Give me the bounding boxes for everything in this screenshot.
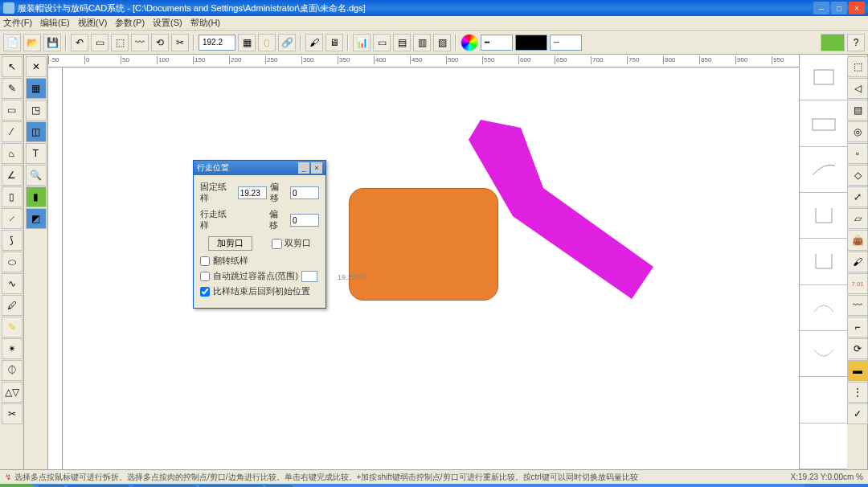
double-notch-check[interactable]	[272, 239, 282, 249]
offset1-input[interactable]	[290, 186, 319, 199]
canvas[interactable]: 19.23cm 行走位置 _ × 固定纸样 偏移 行走纸样	[63, 68, 799, 469]
flip-checkbox[interactable]	[200, 256, 210, 266]
fill-preview[interactable]	[821, 34, 845, 51]
minimize-button[interactable]: –	[813, 2, 829, 14]
help-icon[interactable]: ?	[847, 34, 865, 51]
add-notch-button[interactable]: 加剪口	[208, 236, 252, 251]
pen-icon[interactable]: 🖊	[2, 295, 23, 316]
prev-icon[interactable]: ◁	[847, 78, 868, 99]
text-icon[interactable]: T	[26, 143, 47, 164]
maximize-button[interactable]: □	[831, 2, 847, 14]
pointer-icon[interactable]: ↖	[2, 56, 23, 77]
chart-icon[interactable]: 📊	[353, 34, 371, 51]
preview-slot[interactable]	[800, 147, 847, 193]
tool-icon[interactable]: ⬚	[111, 34, 129, 51]
scissors-icon[interactable]: ✂	[171, 34, 189, 51]
preview-slot[interactable]	[800, 285, 847, 331]
save-icon[interactable]: 💾	[43, 34, 61, 51]
rect-icon[interactable]: ▭	[2, 100, 23, 121]
clip-icon[interactable]: ◳	[26, 100, 47, 121]
undo-icon[interactable]: ↶	[71, 34, 88, 51]
tool-icon[interactable]: ⟲	[151, 34, 169, 51]
mirror2-icon[interactable]: ⏀	[2, 360, 23, 381]
layout-icon[interactable]: ▧	[433, 34, 451, 51]
menu-settings[interactable]: 设置(S)	[153, 17, 182, 29]
monitor-icon[interactable]: 🖥	[326, 34, 343, 51]
menu-help[interactable]: 帮助(H)	[190, 17, 220, 29]
preview-slot[interactable]	[800, 424, 847, 469]
trapezoid-icon[interactable]: ⏢	[2, 143, 23, 164]
rect2-icon[interactable]: ▯	[2, 186, 23, 207]
color-icon[interactable]: ▬	[847, 360, 868, 381]
preview-slot[interactable]	[800, 100, 847, 146]
shape-icon[interactable]: ▱	[847, 208, 868, 229]
grid-icon[interactable]: ▦	[238, 34, 256, 51]
shape-band[interactable]	[457, 116, 505, 301]
ellipse-icon[interactable]: ⬭	[2, 252, 23, 272]
offset2-input[interactable]	[290, 214, 319, 227]
preview-slot[interactable]	[800, 239, 847, 284]
colorwheel-icon[interactable]	[461, 34, 478, 51]
fill-icon[interactable]: ▮	[26, 186, 47, 207]
open-icon[interactable]: 📂	[23, 34, 41, 51]
pencil-icon[interactable]: ✎	[2, 78, 23, 99]
layout-icon[interactable]: ▤	[393, 34, 411, 51]
autoskip-input[interactable]	[301, 271, 317, 282]
segment-icon[interactable]: ⟋	[2, 208, 23, 229]
layers-icon[interactable]: ▤	[847, 100, 868, 121]
layout-icon[interactable]: ▥	[413, 34, 431, 51]
return-checkbox[interactable]	[200, 287, 210, 297]
menu-edit[interactable]: 编辑(E)	[40, 17, 70, 29]
dialog-title-bar[interactable]: 行走位置 _ ×	[194, 161, 326, 175]
target-icon[interactable]: ◎	[847, 121, 868, 142]
tool-icon[interactable]: 〰	[131, 34, 149, 51]
highlight-icon[interactable]: ✎	[2, 317, 23, 338]
link-icon[interactable]: 🔗	[278, 34, 296, 51]
panel2-icon[interactable]: ◫	[26, 121, 47, 142]
line-weight-combo[interactable]: ─	[550, 35, 582, 51]
preview-slot[interactable]	[800, 331, 847, 377]
color-combo[interactable]	[515, 35, 547, 51]
redo-icon[interactable]: ▭	[91, 34, 108, 51]
burst-icon[interactable]: ✴	[2, 338, 23, 359]
system-tray[interactable]: 🔊 🛡 17:11	[805, 484, 868, 487]
fixed-input[interactable]	[238, 186, 267, 199]
zoom-combo[interactable]: 192.2	[199, 35, 235, 51]
dialog-min-icon[interactable]: _	[298, 162, 309, 174]
mirror-icon[interactable]: △▽	[2, 382, 23, 403]
preview-slot[interactable]	[800, 193, 847, 239]
line-style-combo[interactable]: ━	[481, 35, 513, 51]
menu-param[interactable]: 参数(P)	[115, 17, 145, 29]
check-icon[interactable]: ✓	[847, 403, 868, 424]
wave-icon[interactable]: ∿	[2, 273, 23, 294]
cylinder-icon[interactable]: ⬯	[258, 34, 276, 51]
curve-icon[interactable]: ⟆	[2, 230, 23, 251]
expand-icon[interactable]: ⤢	[847, 186, 868, 207]
close-button[interactable]: ×	[849, 2, 865, 14]
preview-slot[interactable]	[800, 55, 847, 100]
wave2-icon[interactable]: 〰	[847, 295, 868, 316]
brush-icon[interactable]: 🖌	[305, 34, 323, 51]
autoskip-checkbox[interactable]	[200, 272, 210, 281]
select-icon[interactable]: ⬚	[847, 56, 868, 77]
angle-icon[interactable]: ∠	[2, 165, 23, 186]
line-icon[interactable]: ∕	[2, 121, 23, 142]
dots-icon[interactable]: ⋮	[847, 382, 868, 403]
menu-file[interactable]: 文件(F)	[3, 17, 32, 29]
panel-icon[interactable]: ▦	[26, 78, 47, 99]
cut-icon[interactable]: ✂	[2, 403, 23, 424]
dialog-close-icon[interactable]: ×	[311, 162, 322, 174]
dim-icon[interactable]: 7.01	[847, 273, 868, 294]
layout-icon[interactable]: ▭	[373, 34, 391, 51]
zoom-icon[interactable]: 🔍	[26, 165, 47, 186]
corner-icon[interactable]: ⌐	[847, 317, 868, 338]
panel3-icon[interactable]: ◩	[26, 208, 47, 229]
brush2-icon[interactable]: 🖌	[847, 252, 868, 272]
start-button[interactable]: 开始	[0, 484, 35, 487]
new-icon[interactable]: 📄	[3, 34, 21, 51]
diamond-icon[interactable]: ◇	[847, 165, 868, 186]
compass-icon[interactable]: ✕	[26, 56, 47, 77]
refresh-icon[interactable]: ⟳	[847, 338, 868, 359]
bag-icon[interactable]: 👜	[847, 230, 868, 251]
preview-slot[interactable]	[800, 377, 847, 423]
